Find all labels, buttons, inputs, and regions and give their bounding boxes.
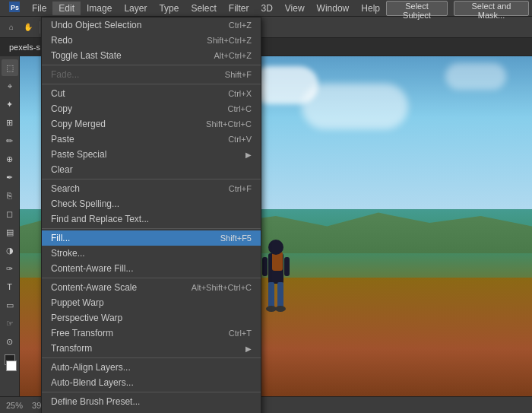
brush-tool[interactable]: ✒ bbox=[2, 169, 18, 186]
menu-view[interactable]: View bbox=[279, 2, 311, 15]
menu-fill[interactable]: Fill... Shift+F5 bbox=[42, 230, 261, 246]
separator-3 bbox=[42, 179, 261, 179]
lasso-tool[interactable]: ⌖ bbox=[2, 78, 18, 94]
menu-redo[interactable]: Redo Shift+Ctrl+Z bbox=[42, 33, 261, 48]
hand-nav-tool[interactable]: ☞ bbox=[2, 315, 18, 332]
gradient-tool[interactable]: ▤ bbox=[2, 224, 18, 240]
menu-content-aware-fill[interactable]: Content-Aware Fill... bbox=[42, 261, 261, 276]
menu-perspective-warp[interactable]: Perspective Warp bbox=[42, 310, 261, 326]
menu-image[interactable]: Image bbox=[81, 2, 118, 15]
pen-tool[interactable]: ✑ bbox=[2, 260, 18, 277]
select-subject-button[interactable]: Select Subject bbox=[386, 1, 448, 16]
shape-tool[interactable]: ▭ bbox=[2, 297, 18, 313]
crop-tool[interactable]: ⊞ bbox=[2, 114, 18, 131]
svg-rect-5 bbox=[268, 282, 274, 309]
menu-transform[interactable]: Transform ▶ bbox=[42, 341, 261, 356]
menu-content-aware-scale[interactable]: Content-Aware Scale Alt+Shift+Ctrl+C bbox=[42, 280, 261, 295]
zoom-level: 25% bbox=[6, 401, 23, 410]
svg-text:Ps: Ps bbox=[11, 4, 19, 11]
svg-rect-6 bbox=[277, 282, 283, 309]
separator-6 bbox=[42, 357, 261, 358]
svg-rect-7 bbox=[262, 257, 268, 276]
menu-type[interactable]: Type bbox=[153, 2, 185, 15]
menu-bar: Ps File Edit Image Layer Type Select Fil… bbox=[0, 0, 532, 17]
menu-define-pattern[interactable]: Define Pattern... bbox=[42, 409, 261, 413]
eyedropper-tool[interactable]: ✏ bbox=[2, 132, 18, 149]
menu-layer[interactable]: Layer bbox=[118, 2, 153, 15]
menu-undo[interactable]: Undo Object Selection Ctrl+Z bbox=[42, 17, 261, 33]
menu-help[interactable]: Help bbox=[355, 2, 386, 15]
menu-copy-merged[interactable]: Copy Merged Shift+Ctrl+C bbox=[42, 116, 261, 132]
menu-ps[interactable]: Ps bbox=[3, 0, 26, 16]
menu-stroke[interactable]: Stroke... bbox=[42, 246, 261, 261]
hand-icon[interactable]: ✋ bbox=[21, 21, 35, 34]
menu-paste-special[interactable]: Paste Special ▶ bbox=[42, 147, 261, 162]
menu-3d[interactable]: 3D bbox=[255, 2, 278, 15]
dodge-tool[interactable]: ◑ bbox=[2, 242, 18, 259]
home-icon[interactable]: ⌂ bbox=[5, 21, 18, 34]
menu-edit[interactable]: Edit bbox=[52, 2, 81, 15]
menu-auto-blend[interactable]: Auto-Blend Layers... bbox=[42, 375, 261, 390]
separator-7 bbox=[42, 392, 261, 392]
menu-cut[interactable]: Cut Ctrl+X bbox=[42, 86, 261, 101]
svg-point-4 bbox=[268, 240, 283, 255]
separator-5 bbox=[42, 278, 261, 278]
menu-window[interactable]: Window bbox=[311, 2, 356, 15]
menu-clear[interactable]: Clear bbox=[42, 162, 261, 177]
menu-filter[interactable]: Filter bbox=[223, 2, 255, 15]
edit-dropdown-menu: Undo Object Selection Ctrl+Z Redo Shift+… bbox=[41, 17, 261, 413]
left-toolbar: ⬚ ⌖ ✦ ⊞ ✏ ⊕ ✒ ⎘ ◻ ▤ ◑ ✑ T ▭ ☞ ⊙ bbox=[0, 56, 20, 396]
menu-puppet-warp[interactable]: Puppet Warp bbox=[42, 295, 261, 310]
menu-auto-align[interactable]: Auto-Align Layers... bbox=[42, 360, 261, 375]
menu-fade: Fade... Shift+F bbox=[42, 67, 261, 82]
select-mask-button[interactable]: Select and Mask... bbox=[454, 1, 529, 16]
menu-define-brush[interactable]: Define Brush Preset... bbox=[42, 394, 261, 409]
svg-point-10 bbox=[275, 306, 286, 312]
separator-2 bbox=[42, 84, 261, 84]
eraser-tool[interactable]: ◻ bbox=[2, 205, 18, 222]
menu-file[interactable]: File bbox=[26, 2, 52, 15]
heal-tool[interactable]: ⊕ bbox=[2, 151, 18, 167]
separator-1 bbox=[42, 65, 261, 65]
menu-search[interactable]: Search Ctrl+F bbox=[42, 181, 261, 196]
menu-copy[interactable]: Copy Ctrl+C bbox=[42, 101, 261, 116]
selection-tool[interactable]: ⬚ bbox=[2, 59, 18, 76]
zoom-nav-tool[interactable]: ⊙ bbox=[2, 333, 18, 350]
separator-4 bbox=[42, 228, 261, 229]
menu-check-spelling[interactable]: Check Spelling... bbox=[42, 196, 261, 211]
tab-filename: pexels-s bbox=[9, 43, 40, 52]
wand-tool[interactable]: ✦ bbox=[2, 96, 18, 113]
svg-rect-8 bbox=[284, 257, 290, 276]
menu-find-replace[interactable]: Find and Replace Text... bbox=[42, 211, 261, 227]
clone-tool[interactable]: ⎘ bbox=[2, 187, 18, 204]
menu-free-transform[interactable]: Free Transform Ctrl+T bbox=[42, 326, 261, 341]
menu-select[interactable]: Select bbox=[185, 2, 222, 15]
menu-toggle-state[interactable]: Toggle Last State Alt+Ctrl+Z bbox=[42, 48, 261, 63]
svg-point-9 bbox=[266, 306, 277, 312]
menu-paste[interactable]: Paste Ctrl+V bbox=[42, 132, 261, 147]
text-tool[interactable]: T bbox=[2, 278, 18, 295]
